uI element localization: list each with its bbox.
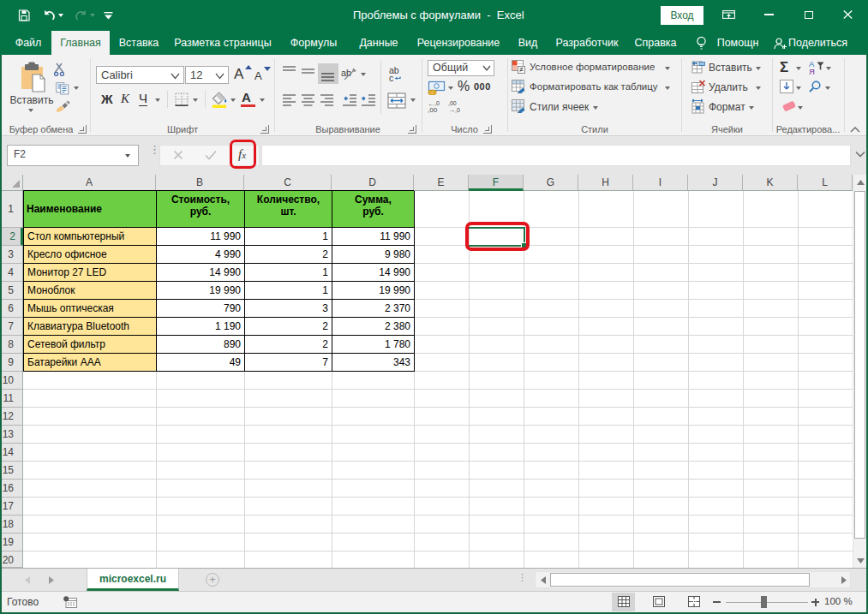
svg-text:Я: Я: [809, 67, 815, 75]
svg-text:,0: ,0: [434, 100, 440, 106]
svg-text:→: →: [448, 106, 455, 113]
svg-text:c: c: [389, 73, 393, 82]
svg-text:ab: ab: [341, 68, 351, 78]
svg-text:,00: ,00: [448, 100, 457, 106]
svg-text:,00: ,00: [428, 106, 438, 113]
svg-text:,0: ,0: [455, 107, 460, 113]
